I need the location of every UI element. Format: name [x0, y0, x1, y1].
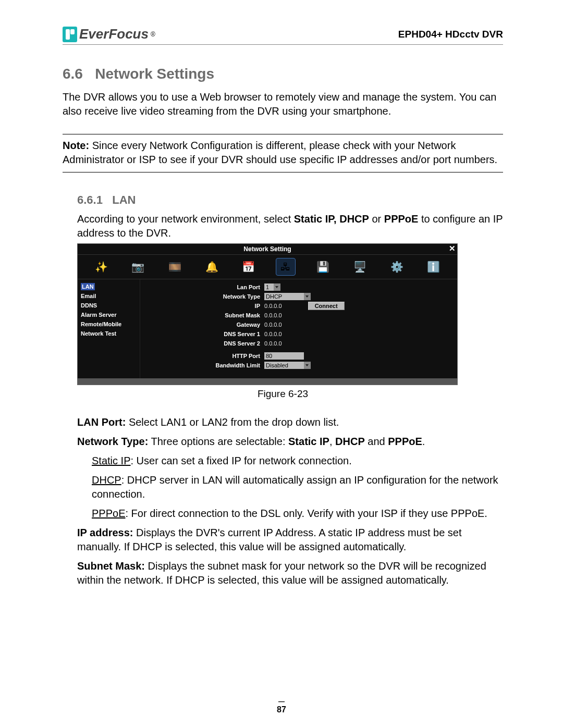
- value-ip: 0.0.0.0: [264, 303, 282, 309]
- close-icon[interactable]: ✕: [449, 244, 456, 253]
- label-http-port: HTTP Port: [145, 353, 264, 359]
- camera-icon[interactable]: 📷: [129, 258, 148, 275]
- label-dns1: DNS Server 1: [145, 331, 264, 337]
- http-port-input[interactable]: 80: [264, 352, 304, 360]
- status-bar: [78, 378, 457, 385]
- page-header: EverFocus® EPHD04+ HDcctv DVR: [63, 26, 503, 45]
- note-text: Since every Network Configuration is dif…: [63, 140, 497, 165]
- network-setting-screenshot: Network Setting ✕ ✨ 📷 🎞️ 🔔 📅 🖧 💾 🖥️ ⚙️ ℹ…: [77, 243, 458, 385]
- info-icon[interactable]: ℹ️: [424, 258, 443, 275]
- sidebar-item-remote-mobile[interactable]: Remote/Mobile: [81, 321, 121, 327]
- schedule-icon[interactable]: 📅: [239, 258, 258, 275]
- label-dns2: DNS Server 2: [145, 340, 264, 347]
- registered-mark: ®: [151, 31, 155, 38]
- def-dhcp: DHCP: DHCP server in LAN will automatica…: [77, 473, 503, 501]
- label-lan-port: Lan Port: [145, 284, 264, 290]
- page-number: 87: [0, 705, 563, 714]
- sparkle-wand-icon[interactable]: ✨: [92, 258, 111, 275]
- value-subnet: 0.0.0.0: [264, 312, 282, 318]
- section-number: 6.6: [63, 66, 83, 82]
- def-ip-address: IP address: Displays the DVR's current I…: [77, 526, 503, 554]
- sidebar: LAN Email DDNS Alarm Server Remote/Mobil…: [78, 279, 140, 378]
- subsection-heading: 6.6.1 LAN: [63, 193, 503, 207]
- value-gateway: 0.0.0.0: [264, 322, 282, 328]
- section-title-text: Network Settings: [95, 66, 214, 82]
- network-type-dropdown-icon[interactable]: [304, 293, 311, 300]
- sidebar-item-lan[interactable]: LAN: [81, 283, 95, 290]
- page-footer: — 87: [0, 698, 563, 714]
- def-lan-port: LAN Port: Select LAN1 or LAN2 from the d…: [77, 415, 503, 429]
- film-reel-icon[interactable]: 🎞️: [165, 258, 184, 275]
- sidebar-item-network-test[interactable]: Network Test: [81, 330, 116, 337]
- product-name: EPHD04+ HDcctv DVR: [398, 29, 503, 40]
- form-panel: Lan Port 1 Network Type DHCP IP 0.0.0.0 …: [140, 279, 457, 378]
- label-gateway: Gateway: [145, 322, 264, 328]
- logo-mark-icon: [63, 27, 77, 42]
- hdd-icon[interactable]: 💾: [314, 258, 333, 275]
- label-bandwidth: Bandwidth Limit: [145, 362, 264, 368]
- sidebar-item-email[interactable]: Email: [81, 293, 96, 299]
- section-heading: 6.6 Network Settings: [63, 66, 503, 82]
- note-box: Note: Since every Network Configuration …: [63, 134, 503, 172]
- window-titlebar: Network Setting ✕: [78, 244, 457, 255]
- gear-icon[interactable]: ⚙️: [387, 258, 406, 275]
- note-label: Note:: [63, 140, 89, 151]
- bandwidth-dropdown-icon[interactable]: [304, 362, 311, 369]
- subsection-number: 6.6.1: [77, 193, 103, 206]
- toolbar: ✨ 📷 🎞️ 🔔 📅 🖧 💾 🖥️ ⚙️ ℹ️: [78, 255, 457, 279]
- subsection-intro: According to your network environment, s…: [63, 212, 503, 240]
- bandwidth-select[interactable]: Disabled: [264, 362, 304, 369]
- subsection-title: LAN: [112, 193, 136, 206]
- sidebar-item-ddns[interactable]: DDNS: [81, 302, 97, 309]
- label-ip: IP: [145, 303, 264, 309]
- label-subnet: Subnet Mask: [145, 312, 264, 318]
- section-intro: The DVR allows you to use a Web browser …: [63, 90, 503, 118]
- def-network-type: Network Type: Three options are selectab…: [77, 435, 503, 449]
- def-pppoe: PPPoE: For direct connection to the DSL …: [77, 507, 503, 521]
- lan-port-select[interactable]: 1: [264, 283, 274, 291]
- value-dns1: 0.0.0.0: [264, 331, 282, 337]
- label-network-type: Network Type: [145, 293, 264, 300]
- display-icon[interactable]: 🖥️: [350, 258, 369, 275]
- bell-icon[interactable]: 🔔: [202, 258, 221, 275]
- window-title: Network Setting: [243, 245, 291, 253]
- lan-port-dropdown-icon[interactable]: [274, 283, 280, 291]
- def-subnet-mask: Subnet Mask: Displays the subnet mask fo…: [77, 559, 503, 587]
- brand-logo: EverFocus®: [63, 26, 155, 42]
- network-icon[interactable]: 🖧: [276, 258, 296, 276]
- connect-button[interactable]: Connect: [308, 302, 345, 310]
- figure-caption: Figure 6-23: [63, 388, 503, 400]
- definitions: LAN Port: Select LAN1 or LAN2 from the d…: [63, 415, 503, 587]
- network-type-select[interactable]: DHCP: [264, 293, 304, 300]
- value-dns2: 0.0.0.0: [264, 340, 282, 347]
- def-static-ip: Static IP: User can set a fixed IP for n…: [77, 454, 503, 468]
- sidebar-item-alarm-server[interactable]: Alarm Server: [81, 312, 117, 318]
- brand-name: EverFocus: [79, 26, 149, 42]
